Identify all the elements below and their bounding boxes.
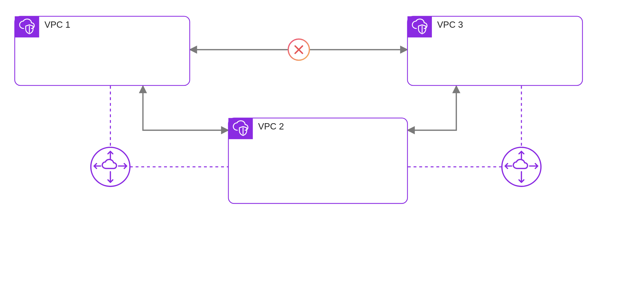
vpc1-box: VPC 1	[15, 16, 190, 85]
svg-rect-14	[228, 118, 408, 203]
vpc-peering-diagram: VPC 1 VPC 3 VPC 2	[0, 0, 644, 306]
internet-gateway-left	[91, 147, 130, 186]
vpc1-label: VPC 1	[44, 20, 70, 30]
vpc2-box: VPC 2	[228, 118, 408, 203]
svg-rect-10	[15, 16, 190, 85]
gateway-icon	[502, 147, 541, 186]
connection-vpc3-vpc2	[408, 86, 456, 130]
vpc3-label: VPC 3	[437, 20, 463, 30]
svg-rect-12	[408, 16, 583, 85]
internet-gateway-right	[502, 147, 541, 186]
vpc2-label: VPC 2	[258, 121, 284, 131]
connection-vpc1-vpc2	[143, 86, 228, 130]
gateway-icon	[91, 147, 130, 186]
connection-vpc1-vpc3-blocked	[190, 39, 407, 60]
vpc3-box: VPC 3	[408, 16, 583, 85]
